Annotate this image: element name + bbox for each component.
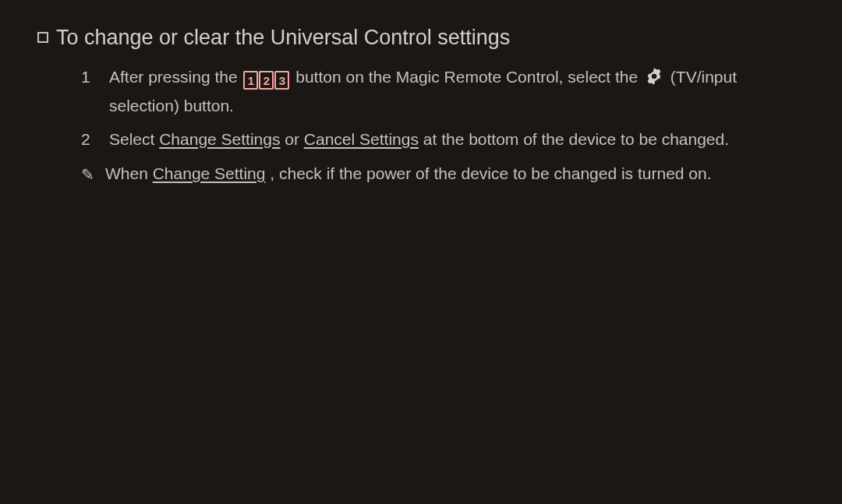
remote-digit-3: 3 xyxy=(274,71,289,90)
step-1-body: After pressing the 1 2 3 button on the M… xyxy=(109,65,805,119)
step-2-text-b: at the bottom of the device to be change… xyxy=(423,130,729,148)
step-2-number: 2 xyxy=(81,127,95,153)
heading-text: To change or clear the Universal Control… xyxy=(56,22,510,54)
step-1-number: 1 xyxy=(81,65,95,119)
step-list: 1 After pressing the 1 2 3 button on the… xyxy=(37,65,805,153)
pencil-note-icon: ✎ xyxy=(81,161,94,187)
step-1-text-b: button on the Magic Remote Control, sele… xyxy=(295,68,642,86)
step-2-text-a: Select xyxy=(109,130,159,148)
square-bullet-icon xyxy=(37,32,48,43)
note-row: ✎ When Change Setting , check if the pow… xyxy=(37,161,805,187)
step-2-body: Select Change Settings or Cancel Setting… xyxy=(109,127,729,153)
note-change-setting-link: Change Setting xyxy=(153,164,266,182)
remote-digit-2: 2 xyxy=(259,71,274,90)
change-settings-link: Change Settings xyxy=(159,130,280,148)
note-text-a: When xyxy=(105,164,153,182)
step-1-text-a: After pressing the xyxy=(109,68,242,86)
gear-icon xyxy=(644,66,664,94)
remote-digit-1: 1 xyxy=(243,71,258,90)
step-1: 1 After pressing the 1 2 3 button on the… xyxy=(81,65,805,119)
section-heading: To change or clear the Universal Control… xyxy=(37,22,805,54)
step-2: 2 Select Change Settings or Cancel Setti… xyxy=(81,127,805,153)
note-text-b: , check if the power of the device to be… xyxy=(270,164,711,182)
remote-123-icon: 1 2 3 xyxy=(243,71,289,90)
note-body: When Change Setting , check if the power… xyxy=(105,161,712,187)
cancel-settings-link: Cancel Settings xyxy=(304,130,419,148)
svg-point-0 xyxy=(650,72,657,79)
step-2-or: or xyxy=(285,130,304,148)
